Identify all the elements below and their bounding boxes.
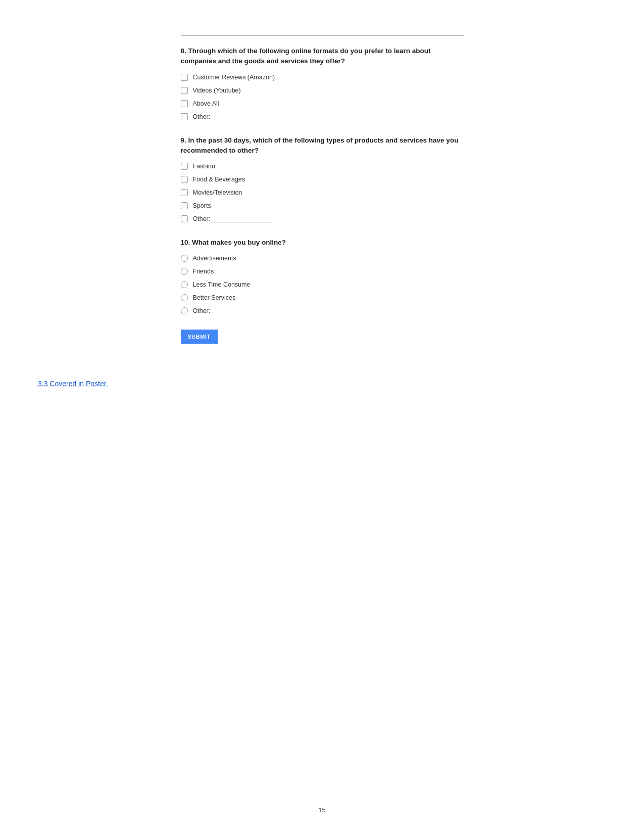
- q10-option-2-label: Friends: [193, 268, 214, 275]
- top-divider: [181, 35, 464, 36]
- q8-option-2-label: Videos (Youtube): [193, 87, 241, 94]
- question-9-text: 9. In the past 30 days, which of the fol…: [181, 135, 464, 156]
- q9-option-5-checkbox[interactable]: [181, 215, 188, 222]
- q8-option-2-checkbox[interactable]: [181, 87, 188, 94]
- q10-option-5-radio[interactable]: [181, 307, 188, 314]
- survey-container: 8. Through which of the following online…: [181, 20, 464, 349]
- submit-section: SUBMIT: [181, 330, 464, 349]
- option-row: Videos (Youtube): [181, 87, 464, 94]
- option-row: Other:: [181, 215, 464, 222]
- q10-option-2-radio[interactable]: [181, 268, 188, 275]
- q10-option-3-label: Less Time Consume: [193, 281, 251, 288]
- q9-option-3-label: Movies/Television: [193, 189, 242, 196]
- page-number: 15: [318, 806, 325, 814]
- q9-option-4-label: Sports: [193, 202, 211, 209]
- submit-button[interactable]: SUBMIT: [181, 330, 218, 344]
- q9-option-4-checkbox[interactable]: [181, 202, 188, 209]
- option-row: Food & Beverages: [181, 176, 464, 183]
- q10-option-1-radio[interactable]: [181, 255, 188, 262]
- option-row: Friends: [181, 268, 464, 275]
- section-33-link[interactable]: 3.3 Covered in Poster.: [38, 380, 644, 388]
- q9-option-3-checkbox[interactable]: [181, 189, 188, 196]
- question-10-text: 10. What makes you buy online?: [181, 238, 464, 248]
- q10-option-3-radio[interactable]: [181, 281, 188, 288]
- q8-option-3-checkbox[interactable]: [181, 100, 188, 107]
- q8-option-4-checkbox[interactable]: [181, 113, 188, 120]
- q10-option-1-label: Advertisements: [193, 255, 236, 262]
- option-row: Fashion: [181, 163, 464, 170]
- page: 8. Through which of the following online…: [0, 0, 644, 834]
- option-row: Other:: [181, 113, 464, 120]
- question-10-block: 10. What makes you buy online? Advertise…: [181, 238, 464, 314]
- q9-other-underline: [211, 215, 272, 222]
- q10-option-4-radio[interactable]: [181, 294, 188, 301]
- q9-option-2-checkbox[interactable]: [181, 176, 188, 183]
- q8-option-3-label: Above All: [193, 100, 219, 107]
- option-row: Other:: [181, 307, 464, 314]
- q9-option-2-label: Food & Beverages: [193, 176, 245, 183]
- question-8-text: 8. Through which of the following online…: [181, 46, 464, 67]
- option-row: Less Time Consume: [181, 281, 464, 288]
- option-row: Better Services: [181, 294, 464, 301]
- option-row: Sports: [181, 202, 464, 209]
- q10-option-5-label: Other:: [193, 307, 211, 314]
- q8-option-1-label: Customer Reviews (Amazon): [193, 74, 275, 81]
- q8-option-4-label: Other:: [193, 113, 211, 120]
- q9-option-1-checkbox[interactable]: [181, 163, 188, 170]
- q10-option-4-label: Better Services: [193, 294, 236, 301]
- question-9-block: 9. In the past 30 days, which of the fol…: [181, 135, 464, 223]
- option-row: Movies/Television: [181, 189, 464, 196]
- q9-option-5-label: Other:: [193, 215, 211, 222]
- question-8-block: 8. Through which of the following online…: [181, 46, 464, 120]
- q8-option-1-checkbox[interactable]: [181, 74, 188, 81]
- option-row: Customer Reviews (Amazon): [181, 74, 464, 81]
- option-row: Above All: [181, 100, 464, 107]
- option-row: Advertisements: [181, 255, 464, 262]
- q9-option-1-label: Fashion: [193, 163, 215, 170]
